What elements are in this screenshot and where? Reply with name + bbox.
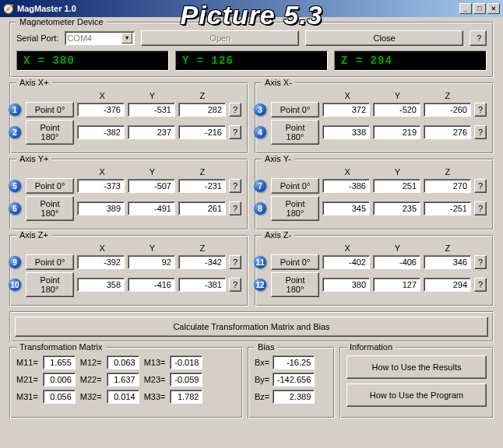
p180-x-input[interactable] — [77, 278, 125, 292]
p180-z-input[interactable] — [424, 125, 471, 139]
how-to-program-button[interactable]: How to Use the Program — [346, 383, 487, 407]
p0-x-input[interactable] — [77, 179, 125, 193]
p0-x-input[interactable] — [77, 255, 125, 269]
bias-legend: Bias — [255, 342, 277, 352]
m12-input[interactable] — [107, 355, 139, 369]
p180-z-input[interactable] — [178, 278, 226, 292]
p180-y-input[interactable] — [128, 201, 175, 215]
info-group: Information How to Use the Results How t… — [339, 347, 494, 418]
m31-input[interactable] — [43, 390, 76, 404]
point180-button[interactable]: Point 180° — [26, 120, 74, 145]
p180-help-button[interactable]: ? — [229, 201, 241, 215]
p0-y-input[interactable] — [373, 255, 420, 269]
p0-z-input[interactable] — [424, 255, 471, 269]
p0-x-input[interactable] — [322, 103, 370, 117]
overlay-caption: Picture 5.3 — [181, 0, 323, 30]
p0-y-input[interactable] — [128, 179, 175, 193]
app-icon: 🧭 — [3, 4, 14, 14]
close-window-button[interactable]: × — [487, 3, 500, 14]
point0-button[interactable]: Point 0° — [271, 102, 319, 117]
p180-y-input[interactable] — [128, 125, 175, 139]
calculate-button[interactable]: Calculate Transformation Matrix and Bias — [15, 317, 488, 337]
minimize-button[interactable]: _ — [459, 3, 472, 14]
p0-help-button[interactable]: ? — [474, 103, 487, 117]
p180-y-input[interactable] — [373, 278, 420, 292]
m21-input[interactable] — [43, 373, 76, 387]
m31-label: M31= — [16, 392, 38, 401]
p0-help-button[interactable]: ? — [229, 255, 241, 269]
open-button[interactable]: Open — [141, 30, 299, 46]
axis-group: Axis X+XYZ1Point 0°?2Point 180°? — [9, 82, 248, 154]
point0-button[interactable]: Point 0° — [26, 254, 74, 270]
col-y: Y — [127, 243, 177, 253]
p0-help-button[interactable]: ? — [229, 103, 241, 117]
p0-z-input[interactable] — [424, 179, 471, 193]
axis-group: Axis Y-XYZ7Point 0°?8Point 180°? — [255, 159, 494, 230]
device-help-button[interactable]: ? — [470, 30, 487, 46]
point180-button[interactable]: Point 180° — [26, 196, 74, 221]
p180-y-input[interactable] — [373, 201, 420, 215]
p180-help-button[interactable]: ? — [474, 125, 487, 139]
p0-z-input[interactable] — [178, 255, 226, 269]
p180-z-input[interactable] — [178, 201, 226, 215]
p180-help-button[interactable]: ? — [229, 278, 241, 292]
p180-y-input[interactable] — [128, 278, 175, 292]
close-button[interactable]: Close — [305, 30, 463, 46]
p180-x-input[interactable] — [77, 125, 125, 139]
p180-z-input[interactable] — [424, 201, 471, 215]
p180-x-input[interactable] — [322, 125, 370, 139]
p180-help-button[interactable]: ? — [474, 201, 487, 215]
col-z: Z — [423, 167, 473, 177]
m22-input[interactable] — [107, 373, 139, 387]
p0-help-button[interactable]: ? — [474, 179, 487, 193]
how-to-results-button[interactable]: How to Use the Results — [346, 355, 487, 379]
p180-y-input[interactable] — [373, 125, 420, 139]
p180-z-input[interactable] — [178, 125, 226, 139]
maximize-button[interactable]: □ — [473, 3, 486, 14]
m33-input[interactable] — [170, 390, 202, 404]
m21-label: M21= — [16, 375, 38, 384]
step-badge: 12 — [254, 278, 266, 291]
p0-z-input[interactable] — [424, 103, 471, 117]
info-legend: Information — [346, 342, 396, 352]
p180-help-button[interactable]: ? — [229, 125, 241, 139]
p0-x-input[interactable] — [77, 103, 125, 117]
p0-y-input[interactable] — [128, 255, 175, 269]
p0-help-button[interactable]: ? — [229, 179, 241, 193]
point0-button[interactable]: Point 0° — [271, 254, 319, 270]
step-badge: 3 — [254, 103, 266, 116]
m11-input[interactable] — [43, 355, 76, 369]
step-badge: 7 — [254, 180, 266, 192]
p180-help-button[interactable]: ? — [474, 278, 487, 292]
point180-button[interactable]: Point 180° — [26, 272, 74, 297]
p0-x-input[interactable] — [322, 255, 370, 269]
point0-button[interactable]: Point 0° — [271, 178, 319, 194]
p180-x-input[interactable] — [322, 201, 370, 215]
lcd-y: Y = 126 — [175, 51, 328, 71]
step-badge: 4 — [254, 126, 266, 138]
m32-input[interactable] — [107, 390, 139, 404]
point180-button[interactable]: Point 180° — [271, 196, 319, 221]
p180-z-input[interactable] — [424, 278, 471, 292]
p0-y-input[interactable] — [373, 179, 420, 193]
point180-button[interactable]: Point 180° — [271, 272, 319, 297]
p0-z-input[interactable] — [178, 103, 226, 117]
m13-input[interactable] — [170, 355, 202, 369]
point0-button[interactable]: Point 0° — [26, 102, 74, 117]
p180-x-input[interactable] — [322, 278, 370, 292]
bx-input[interactable] — [273, 355, 315, 369]
p0-help-button[interactable]: ? — [474, 255, 487, 269]
point0-button[interactable]: Point 0° — [26, 178, 74, 194]
bz-input[interactable] — [273, 390, 315, 404]
p0-x-input[interactable] — [322, 179, 370, 193]
m23-input[interactable] — [170, 373, 202, 387]
p0-y-input[interactable] — [128, 103, 175, 117]
p180-x-input[interactable] — [77, 201, 125, 215]
matrix-group: Transformation Matrix M11= M12= M13= M21… — [9, 347, 243, 418]
point180-button[interactable]: Point 180° — [271, 120, 319, 145]
p0-z-input[interactable] — [178, 179, 226, 193]
serial-port-select[interactable]: COM4 ▾ — [65, 31, 135, 45]
p0-y-input[interactable] — [373, 103, 420, 117]
by-input[interactable] — [273, 373, 315, 387]
step-badge: 5 — [9, 180, 21, 192]
